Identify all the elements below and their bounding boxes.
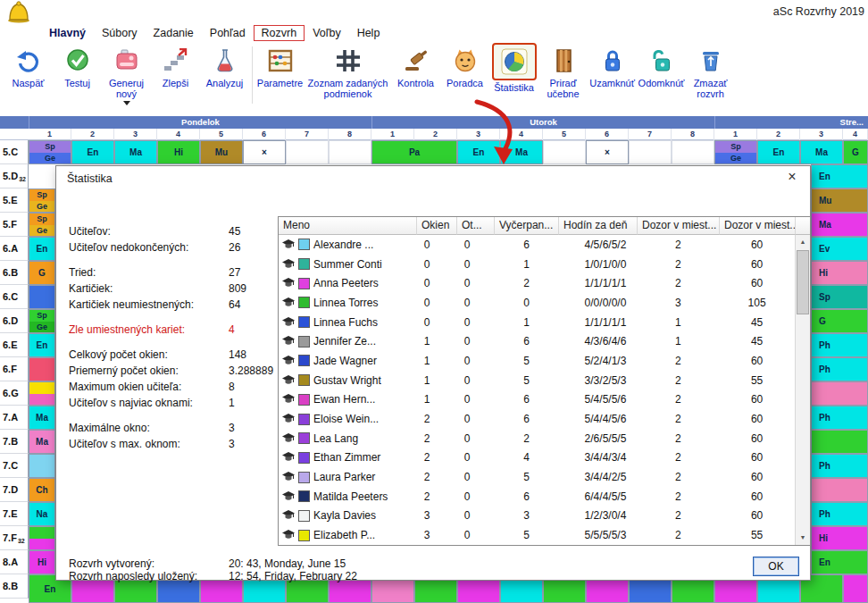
lesson-cell[interactable]: En <box>29 333 55 357</box>
class-label-6-d[interactable]: 6.D <box>0 309 29 333</box>
close-icon[interactable]: × <box>783 169 801 185</box>
lesson-cell[interactable]: Hi <box>29 550 55 574</box>
column-header-okien[interactable]: Okien <box>417 217 457 235</box>
scroll-down-icon[interactable]: ▼ <box>796 531 810 545</box>
menu-item-pohlad[interactable]: Pohľad <box>202 25 254 41</box>
lesson-cell[interactable]: Ma <box>114 140 157 164</box>
lesson-cell[interactable]: SpGe <box>29 140 71 164</box>
lesson-cell[interactable] <box>29 357 55 381</box>
lesson-cell[interactable]: En <box>71 140 114 164</box>
lesson-cell[interactable]: Hi <box>811 261 868 285</box>
menu-item-subory[interactable]: Súbory <box>94 25 146 41</box>
table-row-linnea-fuchs[interactable]: Linnea Fuchs0011/1/1/1/1145 <box>279 313 795 332</box>
lesson-cell[interactable]: Ma <box>29 430 55 454</box>
timetable-cell-empty[interactable] <box>543 140 586 164</box>
lesson-cell[interactable] <box>811 430 868 454</box>
lesson-cell[interactable]: Hi <box>157 140 200 164</box>
class-label-6-b[interactable]: 6.B <box>0 261 29 285</box>
class-label-6-f[interactable]: 6.F <box>0 357 29 381</box>
lesson-cell[interactable]: SpGe <box>29 188 55 213</box>
toolbar-button-kontrola[interactable]: Kontrola <box>391 43 440 88</box>
lesson-cell[interactable]: Ev <box>811 237 868 261</box>
class-label-6-g[interactable]: 6.G <box>0 381 29 406</box>
lesson-cell[interactable]: Ph <box>811 454 868 478</box>
column-header-dozor-v-miest[interactable]: Dozor v miest... <box>720 217 796 235</box>
class-label-7-d[interactable]: 7.D <box>0 478 29 502</box>
class-label-7-e[interactable]: 7.E <box>0 502 29 526</box>
scrollbar-thumb[interactable] <box>797 250 809 314</box>
toolbar-button-parametre[interactable]: Parametre <box>255 43 305 88</box>
toolbar-button-naspat[interactable]: Naspäť <box>4 43 53 88</box>
lesson-cell[interactable] <box>811 381 868 406</box>
lesson-cell[interactable] <box>29 285 55 309</box>
lesson-cell[interactable]: Ch <box>29 478 55 502</box>
table-row-ewan-hern[interactable]: Ewan Hern...1065/4/5/5/6260 <box>279 390 795 410</box>
lesson-cell[interactable]: SpGe <box>29 213 55 237</box>
class-label-7-a[interactable]: 7.A <box>0 406 29 430</box>
table-row-linnea-torres[interactable]: Linnea Torres0000/0/0/0/03105 <box>279 293 795 313</box>
lesson-cell[interactable] <box>29 526 55 550</box>
menu-item-volby[interactable]: Voľby <box>305 25 348 41</box>
toolbar-button-odomknut[interactable]: Odomknúť <box>637 43 686 88</box>
table-row-anna-peeters[interactable]: Anna Peeters0021/1/1/1/1260 <box>279 273 795 293</box>
scroll-up-icon[interactable]: ▲ <box>796 235 810 249</box>
timetable-cell-empty[interactable] <box>629 140 672 164</box>
table-row-kayla-davies[interactable]: Kayla Davies3031/2/3/0/4260 <box>279 507 795 526</box>
lesson-cell[interactable]: En <box>811 550 868 574</box>
lesson-cell[interactable]: × <box>243 140 286 164</box>
table-row-matilda-peeters[interactable]: Matilda Peeters2066/4/4/5/5260 <box>279 487 795 507</box>
lesson-cell[interactable]: G <box>29 261 55 285</box>
class-label-5-e[interactable]: 5.E <box>0 188 29 213</box>
lesson-cell[interactable]: G <box>843 140 868 164</box>
class-label-6-a[interactable]: 6.A <box>0 237 29 261</box>
class-label-8-a[interactable]: 8.A <box>0 550 29 574</box>
lesson-cell[interactable]: SpGe <box>714 140 757 164</box>
lesson-cell[interactable]: En <box>757 140 800 164</box>
menu-item-rozvrh[interactable]: Rozvrh <box>254 25 305 41</box>
lesson-cell[interactable]: En <box>457 140 500 164</box>
lesson-cell[interactable]: Na <box>29 502 55 526</box>
toolbar-button-generuj-novy[interactable]: Generuj nový <box>102 43 151 105</box>
lesson-cell[interactable]: Ph <box>811 406 868 430</box>
lesson-cell[interactable]: Ma <box>500 140 543 164</box>
column-header-vycerpan[interactable]: Vyčerpan... <box>495 217 559 235</box>
lesson-cell[interactable]: Hi <box>811 526 868 550</box>
lesson-cell[interactable]: Ph <box>811 357 868 381</box>
column-header-meno[interactable]: Meno <box>279 217 417 235</box>
table-row-lea-lang[interactable]: Lea Lang2022/6/5/5/5260 <box>279 429 795 448</box>
toolbar-button-analyzuj[interactable]: Analyzuj <box>200 43 249 88</box>
toolbar-button-testuj[interactable]: Testuj <box>53 43 102 88</box>
lesson-cell[interactable]: Ma <box>811 213 868 237</box>
class-label-7-c[interactable]: 7.C <box>0 454 29 478</box>
table-row-alexandre[interactable]: Alexandre ...0064/5/6/5/2260 <box>279 235 795 255</box>
class-label-5-d[interactable]: 5.D32 <box>0 164 29 188</box>
lesson-cell[interactable]: En <box>811 164 868 188</box>
lesson-cell[interactable]: Mu <box>811 188 868 213</box>
lesson-cell[interactable]: Pa <box>371 140 457 164</box>
class-label-5-f[interactable]: 5.F <box>0 213 29 237</box>
toolbar-button-zlepsi[interactable]: Zlepši <box>151 43 200 88</box>
timetable-cell-empty[interactable] <box>286 140 329 164</box>
lesson-cell[interactable] <box>29 381 55 406</box>
timetable-cell-empty[interactable] <box>329 140 371 164</box>
menu-item-hlavny[interactable]: Hlavný <box>41 25 94 41</box>
lesson-cell[interactable] <box>29 454 55 478</box>
lesson-cell[interactable]: Ph <box>811 502 868 526</box>
class-label-7-b[interactable]: 7.B <box>0 430 29 454</box>
lesson-cell[interactable]: Sp <box>811 285 868 309</box>
class-label-5-c[interactable]: 5.C <box>0 140 29 164</box>
lesson-cell[interactable] <box>843 574 868 603</box>
class-label-8-b[interactable]: 8.B <box>0 574 29 599</box>
column-header-ot[interactable]: Ot... <box>457 217 495 235</box>
table-scrollbar[interactable]: ▲ ▼ <box>795 235 810 545</box>
table-row-jade-wagner[interactable]: Jade Wagner1055/2/4/1/3260 <box>279 351 795 371</box>
table-row-summer-conti[interactable]: Summer Conti0011/0/1/0/0260 <box>279 255 795 274</box>
toolbar-button-prirad-ucebne[interactable]: Priraď učebne <box>538 43 588 99</box>
toolbar-button-statistika[interactable]: Štatistika <box>489 43 538 93</box>
lesson-cell[interactable]: Ma <box>800 140 843 164</box>
column-header-hodin-za-den[interactable]: Hodín za deň <box>559 217 638 235</box>
toolbar-button-poradca[interactable]: Poradca <box>440 43 489 88</box>
lesson-cell[interactable]: SpGe <box>29 309 55 333</box>
lesson-cell[interactable]: Ma <box>29 406 55 430</box>
table-row-laura-parker[interactable]: Laura Parker2053/4/4/2/5260 <box>279 467 795 487</box>
